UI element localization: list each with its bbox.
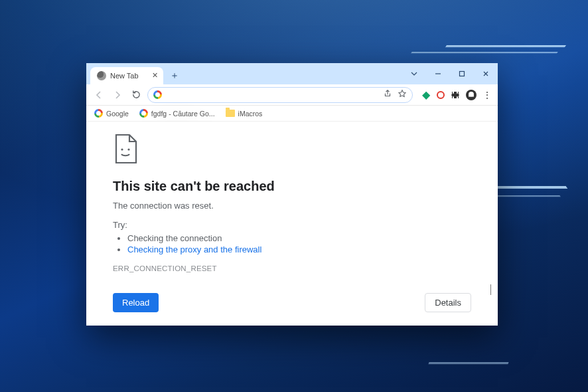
nav-reload-button[interactable]	[129, 88, 143, 102]
bookmark-label: iMacros	[238, 110, 263, 118]
nav-back-button[interactable]	[92, 88, 106, 102]
omnibox-actions	[383, 89, 407, 100]
details-button[interactable]: Details	[425, 293, 471, 312]
chevron-down-icon[interactable]	[402, 63, 426, 84]
extensions-puzzle-icon[interactable]	[450, 90, 461, 100]
error-try-label: Try:	[113, 220, 471, 230]
chrome-menu-icon[interactable]: ⋮	[482, 90, 492, 100]
nav-forward-button[interactable]	[110, 88, 125, 102]
tab-favicon	[97, 71, 106, 80]
profile-avatar-icon[interactable]	[466, 90, 477, 100]
sad-file-icon	[113, 134, 139, 164]
extension-green-icon[interactable]: ◆	[421, 90, 431, 100]
text-caret	[490, 284, 491, 295]
page-content: This site can't be reached The connectio…	[86, 122, 498, 326]
error-suggestion-text: Checking the connection	[127, 233, 222, 243]
extension-red-circle-icon[interactable]	[437, 91, 445, 99]
address-bar[interactable]	[147, 87, 413, 103]
error-actions: Reload Details	[113, 293, 471, 312]
google-search-icon	[153, 90, 162, 99]
error-heading: This site can't be reached	[113, 179, 471, 194]
bookmark-label: fgdfg - Căutare Go...	[151, 110, 215, 118]
window-close-button[interactable]	[474, 63, 498, 84]
window-minimize-button[interactable]	[426, 63, 450, 84]
svg-point-1	[121, 148, 123, 150]
google-favicon-icon	[94, 109, 103, 118]
error-suggestion-link[interactable]: Checking the proxy and the firewall	[127, 245, 261, 254]
tab-close-icon[interactable]: ✕	[152, 71, 158, 80]
bookmark-item[interactable]: fgdfg - Căutare Go...	[139, 109, 215, 118]
error-suggestions: Checking the connection Checking the pro…	[127, 233, 471, 255]
window-controls	[402, 63, 498, 84]
svg-rect-0	[460, 72, 465, 76]
new-tab-button[interactable]: ＋	[167, 68, 182, 83]
browser-tab[interactable]: New Tab ✕	[90, 67, 163, 84]
chrome-window: New Tab ✕ ＋	[86, 63, 498, 326]
bookmark-label: Google	[106, 110, 129, 118]
bookmark-star-icon[interactable]	[398, 89, 407, 100]
reload-button[interactable]: Reload	[113, 293, 159, 312]
error-code: ERR_CONNECTION_RESET	[113, 264, 471, 272]
folder-icon	[226, 110, 235, 117]
bookmark-item[interactable]: iMacros	[226, 110, 263, 118]
titlebar: New Tab ✕ ＋	[86, 63, 498, 84]
bookmarks-bar: Google fgdfg - Căutare Go... iMacros	[86, 106, 498, 122]
error-suggestion: Checking the proxy and the firewall	[127, 244, 471, 255]
error-suggestion: Checking the connection	[127, 233, 471, 244]
extension-tray: ◆ ⋮	[417, 90, 492, 100]
toolbar: ◆ ⋮	[86, 84, 498, 106]
tab-title: New Tab	[110, 72, 139, 80]
window-maximize-button[interactable]	[450, 63, 474, 84]
google-favicon-icon	[139, 109, 148, 118]
address-input[interactable]	[166, 90, 390, 100]
bookmark-item[interactable]: Google	[94, 109, 129, 118]
error-subtitle: The connection was reset.	[113, 201, 471, 211]
share-icon[interactable]	[383, 89, 392, 100]
svg-point-2	[127, 148, 129, 150]
